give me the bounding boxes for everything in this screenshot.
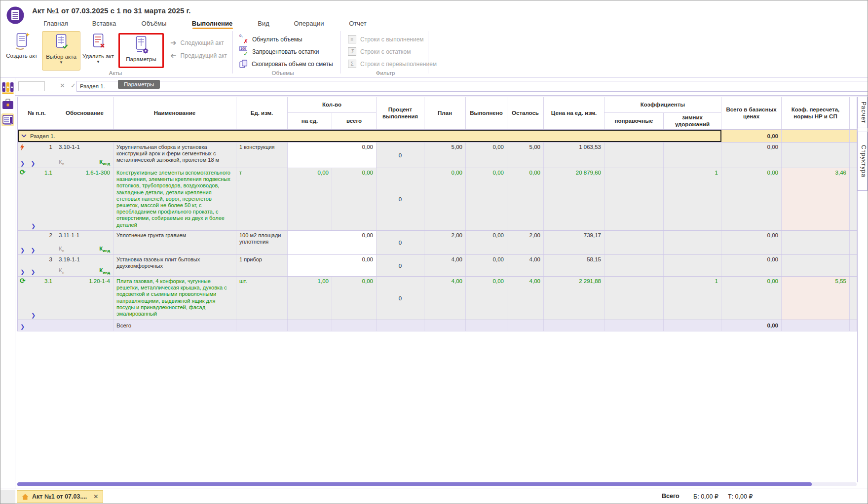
cell-coef-recalc[interactable]: 3,46 [782, 168, 850, 230]
confirm-icon[interactable]: ✓ [71, 82, 76, 89]
tab-obyomy[interactable]: Объёмы [139, 18, 170, 29]
section-collapse-icon[interactable] [21, 134, 27, 138]
cell-coef-recalc[interactable] [782, 130, 850, 142]
cell-basis[interactable]: 3.10-1-1КпКинд [56, 143, 113, 168]
cell-unit[interactable] [236, 320, 288, 331]
cell-price[interactable]: 739,17 [544, 231, 604, 254]
delete-act-button[interactable]: Удалить акт ▼ [80, 31, 116, 64]
cell-num[interactable]: 3❯❯ [18, 255, 56, 276]
cell-coef-winter[interactable] [664, 320, 721, 331]
create-act-button[interactable]: Создать акт [4, 32, 39, 59]
cell-filler[interactable] [850, 168, 857, 230]
expand-chevrons[interactable]: ❯❯ [20, 160, 35, 167]
cell-price[interactable]: 20 879,60 [544, 168, 604, 230]
cell-qty[interactable]: 0,00 [288, 255, 377, 276]
cell-percent[interactable]: 0 [377, 277, 424, 320]
tab-glavnaya[interactable]: Главная [40, 18, 71, 29]
cell-name[interactable]: Установка газовых плит бытовых двухкомфо… [113, 255, 236, 276]
cell-price[interactable]: 1 063,53 [544, 143, 604, 168]
cell-coef-correct[interactable] [604, 143, 664, 168]
cell-filler[interactable] [850, 130, 857, 142]
cell-unit[interactable]: т [236, 168, 288, 230]
expand-chevrons[interactable]: ❯ [31, 312, 36, 319]
cell-price[interactable]: 2 291,88 [544, 277, 604, 320]
cell-total-base[interactable]: 0,00 [721, 277, 782, 320]
cell-percent[interactable]: 0 [377, 143, 424, 168]
cell-coef-correct[interactable] [604, 277, 664, 320]
cell-left[interactable] [507, 320, 544, 331]
cell-done[interactable]: 0,00 [466, 143, 507, 168]
cell-filler[interactable] [850, 231, 857, 254]
expand-chevrons[interactable]: ❯ [31, 223, 36, 229]
cell-basis[interactable]: 3.11-1-1КпКинд [56, 231, 113, 254]
cell-num[interactable]: ❯ [18, 320, 56, 331]
cell-total-base[interactable]: 0,00 [721, 231, 782, 254]
cell-filler[interactable] [850, 277, 857, 320]
cell-done[interactable]: 0,00 [466, 231, 507, 254]
binders-icon[interactable] [1, 81, 14, 94]
cell-coef-correct[interactable] [604, 168, 664, 230]
cell-coef-winter[interactable] [664, 255, 721, 276]
cell-coef-recalc[interactable] [782, 255, 850, 276]
cell-done[interactable]: 0,00 [466, 168, 507, 230]
cell-qty-total[interactable]: 0,00 [332, 168, 377, 230]
cell-left[interactable]: 4,00 [507, 277, 544, 320]
cell-percent[interactable] [377, 320, 424, 331]
cell-plan[interactable]: 2,00 [424, 231, 466, 254]
cell-total-base[interactable]: 0,00 [721, 130, 782, 142]
cell-num[interactable]: 1❯❯ [18, 143, 56, 168]
cell-name[interactable]: Уплотнение грунта гравием [113, 231, 236, 254]
cell-percent[interactable]: 0 [377, 255, 424, 276]
cell-filler[interactable] [850, 143, 857, 168]
cell-coef-recalc[interactable]: 5,55 [782, 277, 850, 320]
cell-num[interactable]: ⟳1.1❯ [18, 168, 56, 230]
tab-operacii[interactable]: Операции [291, 18, 327, 29]
cell-name[interactable]: Плита газовая, 4 конфорки, чугунные реше… [113, 277, 236, 320]
cell-qty-per[interactable]: 1,00 [288, 277, 332, 320]
copy-volume-button[interactable]: Скопировать объем со сметы [239, 60, 333, 68]
cell-basis[interactable] [56, 320, 113, 331]
cell-done[interactable]: 0,00 [466, 277, 507, 320]
cell-plan[interactable]: 0,00 [424, 168, 466, 230]
briefcase-icon[interactable] [1, 97, 14, 110]
tab-vid[interactable]: Вид [255, 18, 272, 29]
cell-coef-recalc[interactable] [782, 143, 850, 168]
cell-plan[interactable]: 4,00 [424, 255, 466, 276]
dropdown-arrow-icon[interactable]: ▼ [59, 60, 63, 65]
document-tab[interactable]: Акт №1 от 07.03.... ✕ [17, 490, 103, 503]
parameters-button[interactable]: Параметры [118, 33, 164, 68]
scrollbar-thumb[interactable] [17, 482, 812, 486]
cell-total-base[interactable]: 0,00 [721, 143, 782, 168]
cell-price[interactable]: 58,15 [544, 255, 604, 276]
cell-num[interactable]: 2❯❯ [18, 231, 56, 254]
formula-input[interactable] [76, 81, 868, 92]
next-act-button[interactable]: ➔ Следующий акт [170, 39, 224, 46]
cell-total-base[interactable]: 0,00 [721, 320, 782, 331]
expand-chevrons[interactable]: ❯❯ [20, 247, 35, 253]
tab-vstavka[interactable]: Вставка [89, 18, 119, 29]
cell-percent[interactable]: 0 [377, 231, 424, 254]
cancel-icon[interactable]: ✕ [60, 82, 65, 89]
side-tab-struktura[interactable]: Структура [857, 132, 868, 191]
cell-filler[interactable] [850, 255, 857, 276]
cell-coef-recalc[interactable] [782, 231, 850, 254]
cell-qty-total[interactable]: 0,00 [332, 277, 377, 320]
cell-coef-correct[interactable] [604, 231, 664, 254]
zero-volumes-button[interactable]: 0,✗ Обнулить объемы [239, 35, 302, 44]
close-icon[interactable]: ✕ [93, 493, 98, 500]
expand-chevrons[interactable]: ❯ [20, 324, 25, 330]
cell-unit[interactable]: 100 м2 площади уплотнения [236, 231, 288, 254]
cell-filler[interactable] [850, 320, 857, 331]
cell-done[interactable]: 0,00 [466, 255, 507, 276]
select-act-button[interactable]: Выбор акта ▼ [42, 31, 80, 71]
expand-chevrons[interactable]: ❯❯ [20, 269, 35, 275]
app-logo-icon[interactable] [6, 6, 25, 25]
cell-basis[interactable]: 1.6-1-300 [56, 168, 113, 230]
cell-coef-recalc[interactable] [782, 320, 850, 331]
cell-num[interactable]: ⟳3.1❯ [18, 277, 56, 320]
cell-left[interactable]: 5,00 [507, 143, 544, 168]
cell-name[interactable]: Укрупнительная сборка и установка констр… [113, 143, 236, 168]
cell-basis[interactable]: 3.19-1-1КпКинд [56, 255, 113, 276]
cell-total-base[interactable]: 0,00 [721, 168, 782, 230]
rows-overdone-button[interactable]: Σ Строки с перевыполнением [348, 60, 437, 68]
